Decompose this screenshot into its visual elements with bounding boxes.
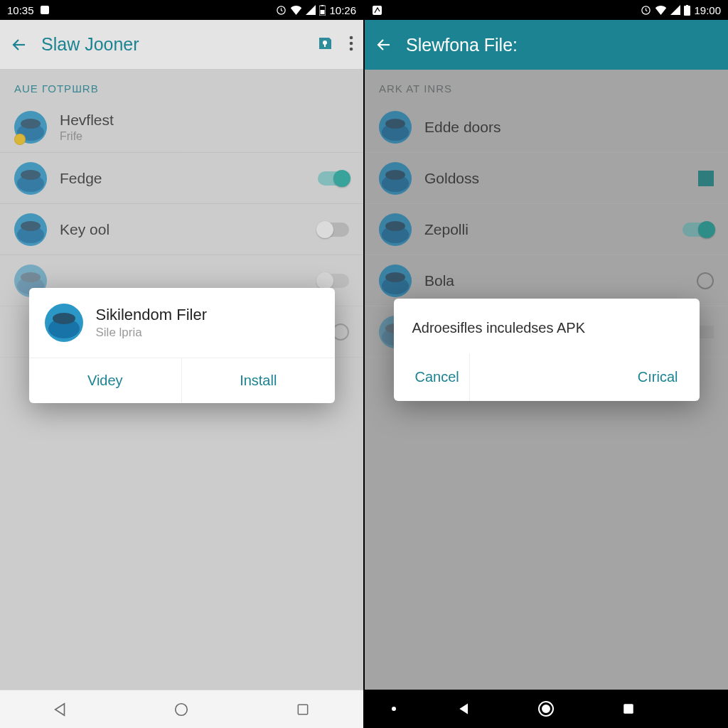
dialog-left-button[interactable]: Videy [29, 358, 183, 403]
app-title: Slaw Jooner [41, 34, 304, 55]
back-button[interactable] [10, 36, 28, 54]
notification-icon [372, 5, 382, 16]
app-avatar-icon [14, 213, 47, 246]
battery-icon [684, 5, 690, 16]
nav-recent-button[interactable] [614, 695, 643, 723]
more-icon[interactable] [349, 36, 353, 54]
notification-icon [40, 5, 50, 15]
dialog-title: Sikilendom Filer [96, 306, 208, 324]
svg-point-7 [350, 36, 353, 39]
toggle-switch[interactable] [318, 274, 349, 288]
clock-icon [276, 5, 287, 16]
toggle-switch[interactable] [318, 171, 349, 186]
dialog-app-icon [45, 304, 83, 342]
phone-left: 10:35 10:26 Slaw Jooner AUE ГОТРШRB Hevf… [0, 0, 365, 728]
app-bar: Slaw Jooner [0, 20, 363, 70]
install-dialog: Sikilendom Filer Sile lpria Videy Instal… [29, 288, 335, 403]
confirm-dialog: Adroesifles inculedses APK Cancel Cırica… [394, 299, 700, 401]
svg-point-9 [350, 47, 353, 50]
checkbox[interactable] [698, 171, 714, 186]
svg-point-26 [53, 313, 75, 324]
nav-recent-button[interactable] [289, 695, 317, 724]
app-avatar-icon [14, 162, 47, 195]
svg-rect-48 [624, 704, 634, 714]
item-label: Hevflest [60, 112, 349, 129]
status-bar: 10:35 10:26 [0, 0, 363, 20]
svg-point-39 [385, 221, 405, 231]
section-header: ARK AT INRS [365, 70, 728, 102]
svg-rect-3 [321, 5, 323, 6]
clock-icon [641, 5, 651, 16]
svg-point-22 [176, 703, 188, 715]
svg-rect-30 [686, 5, 688, 6]
list-item[interactable]: Goldoss [365, 153, 728, 204]
svg-point-8 [350, 41, 353, 45]
nav-dot [392, 707, 396, 711]
voice-icon[interactable] [316, 35, 333, 55]
item-label: Fedge [60, 170, 305, 187]
radio-button[interactable] [332, 323, 349, 341]
item-label: Bola [424, 272, 684, 289]
svg-point-12 [21, 119, 41, 129]
item-label: Goldoss [424, 170, 685, 187]
status-time-left: 10:35 [7, 4, 34, 16]
list-item[interactable]: Fedge [0, 153, 363, 204]
app-avatar-icon [379, 213, 412, 246]
dialog-body: Adroesifles inculedses APK [394, 299, 700, 343]
section-header: AUE ГОТРШRB [0, 70, 363, 102]
signal-icon [670, 5, 680, 15]
svg-point-21 [21, 272, 41, 282]
svg-rect-27 [373, 6, 382, 15]
svg-point-33 [385, 119, 405, 129]
app-avatar-icon [379, 111, 412, 144]
wifi-icon [290, 5, 302, 15]
app-avatar-icon [14, 111, 47, 144]
svg-point-18 [21, 221, 41, 231]
svg-point-47 [542, 705, 550, 712]
dialog-install-button[interactable]: Install [182, 358, 335, 403]
control-placeholder [698, 326, 714, 338]
svg-rect-29 [684, 6, 690, 16]
svg-point-36 [385, 170, 405, 180]
svg-point-15 [21, 170, 41, 180]
item-label: Zepolli [424, 221, 670, 238]
svg-rect-4 [321, 10, 325, 14]
item-sublabel: Frife [60, 130, 349, 143]
battery-icon [319, 5, 326, 16]
list-item[interactable]: Zepolli [365, 204, 728, 255]
phone-right: 19:00 Slewfona File: ARK AT INRS Edde do… [365, 0, 728, 728]
status-bar: 19:00 [365, 0, 728, 20]
item-label: Edde doors [424, 119, 714, 136]
svg-rect-23 [298, 705, 307, 714]
svg-rect-0 [41, 6, 49, 14]
list-item[interactable]: Edde doors [365, 102, 728, 153]
app-bar: Slewfona File: [365, 20, 728, 70]
radio-button[interactable] [697, 272, 714, 289]
nav-bar [0, 690, 363, 728]
list-item[interactable]: Key ool [0, 204, 363, 255]
dialog-confirm-button[interactable]: Cırical [628, 353, 688, 401]
app-avatar-icon [379, 162, 412, 195]
nav-bar [365, 690, 728, 728]
toggle-switch[interactable] [682, 223, 714, 237]
status-time-right: 19:00 [694, 4, 721, 16]
toggle-switch[interactable] [318, 223, 349, 237]
app-title: Slewfona File: [406, 35, 718, 55]
svg-rect-6 [324, 45, 326, 47]
dialog-subtitle: Sile lpria [96, 326, 208, 340]
nav-back-button[interactable] [46, 695, 75, 724]
dialog-cancel-button[interactable]: Cancel [405, 353, 470, 401]
status-time-right: 10:26 [329, 4, 356, 16]
nav-home-button[interactable] [167, 695, 196, 724]
svg-point-5 [323, 41, 327, 45]
back-button[interactable] [375, 36, 393, 54]
signal-icon [306, 5, 316, 15]
app-avatar-icon [379, 264, 412, 297]
nav-back-button[interactable] [450, 695, 478, 723]
item-label: Key ool [60, 221, 305, 238]
nav-home-button[interactable] [532, 695, 560, 723]
list-item[interactable]: Hevflest Frife [0, 102, 363, 153]
wifi-icon [655, 5, 667, 15]
svg-point-42 [385, 272, 405, 282]
